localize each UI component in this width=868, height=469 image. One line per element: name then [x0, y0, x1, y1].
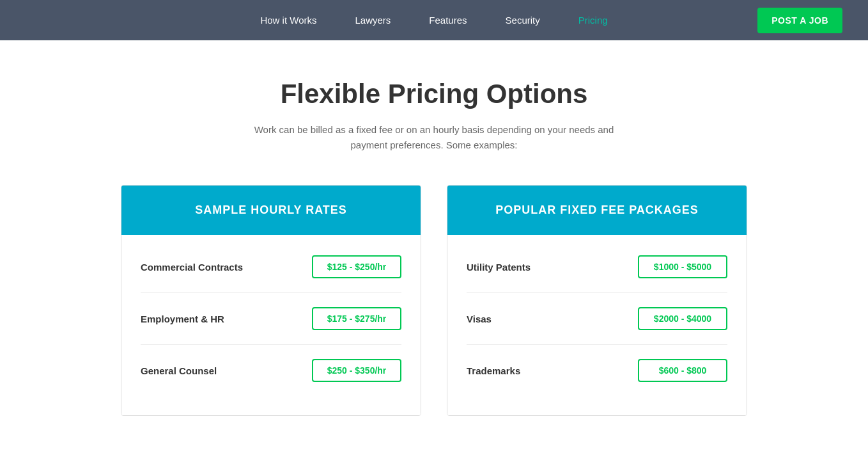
- price-utility-patents: $1000 - $5000: [638, 255, 727, 278]
- page-title: Flexible Pricing Options: [13, 79, 855, 109]
- nav-how-it-works[interactable]: How it Works: [260, 15, 316, 26]
- label-visas: Visas: [467, 314, 492, 324]
- table-row: Commercial Contracts $125 - $250/hr: [141, 241, 401, 293]
- price-visas: $2000 - $4000: [638, 307, 727, 330]
- nav-lawyers[interactable]: Lawyers: [355, 15, 391, 26]
- label-trademarks: Trademarks: [467, 365, 520, 376]
- nav-pricing[interactable]: Pricing: [578, 15, 608, 26]
- page-subtitle: Work can be billed as a fixed fee or on …: [242, 122, 626, 153]
- price-general-counsel: $250 - $350/hr: [312, 359, 401, 382]
- navbar: How it Works Lawyers Features Security P…: [0, 0, 868, 40]
- hourly-rates-body: Commercial Contracts $125 - $250/hr Empl…: [121, 235, 421, 415]
- price-employment-hr: $175 - $275/hr: [312, 307, 401, 330]
- post-job-button[interactable]: POST A JOB: [757, 8, 842, 33]
- label-utility-patents: Utility Patents: [467, 262, 531, 273]
- label-general-counsel: General Counsel: [141, 365, 217, 376]
- price-trademarks: $600 - $800: [638, 359, 727, 382]
- table-row: Trademarks $600 - $800: [467, 345, 727, 396]
- price-commercial-contracts: $125 - $250/hr: [312, 255, 401, 278]
- label-employment-hr: Employment & HR: [141, 314, 224, 324]
- nav-security[interactable]: Security: [506, 15, 540, 26]
- fixed-fee-header: POPULAR FIXED FEE PACKAGES: [447, 186, 747, 235]
- table-row: Employment & HR $175 - $275/hr: [141, 293, 401, 345]
- fixed-fee-card: POPULAR FIXED FEE PACKAGES Utility Paten…: [447, 185, 747, 416]
- nav-links: How it Works Lawyers Features Security P…: [260, 15, 607, 26]
- pricing-grid: SAMPLE HOURLY RATES Commercial Contracts…: [82, 185, 786, 416]
- nav-features[interactable]: Features: [429, 15, 467, 26]
- hourly-rates-header: SAMPLE HOURLY RATES: [121, 186, 421, 235]
- hourly-rates-card: SAMPLE HOURLY RATES Commercial Contracts…: [121, 185, 421, 416]
- label-commercial-contracts: Commercial Contracts: [141, 262, 243, 273]
- table-row: Utility Patents $1000 - $5000: [467, 241, 727, 293]
- fixed-fee-body: Utility Patents $1000 - $5000 Visas $200…: [447, 235, 747, 415]
- table-row: General Counsel $250 - $350/hr: [141, 345, 401, 396]
- fixed-fee-title: POPULAR FIXED FEE PACKAGES: [495, 203, 699, 216]
- table-row: Visas $2000 - $4000: [467, 293, 727, 345]
- main-content: Flexible Pricing Options Work can be bil…: [0, 40, 868, 441]
- hourly-rates-title: SAMPLE HOURLY RATES: [195, 203, 347, 216]
